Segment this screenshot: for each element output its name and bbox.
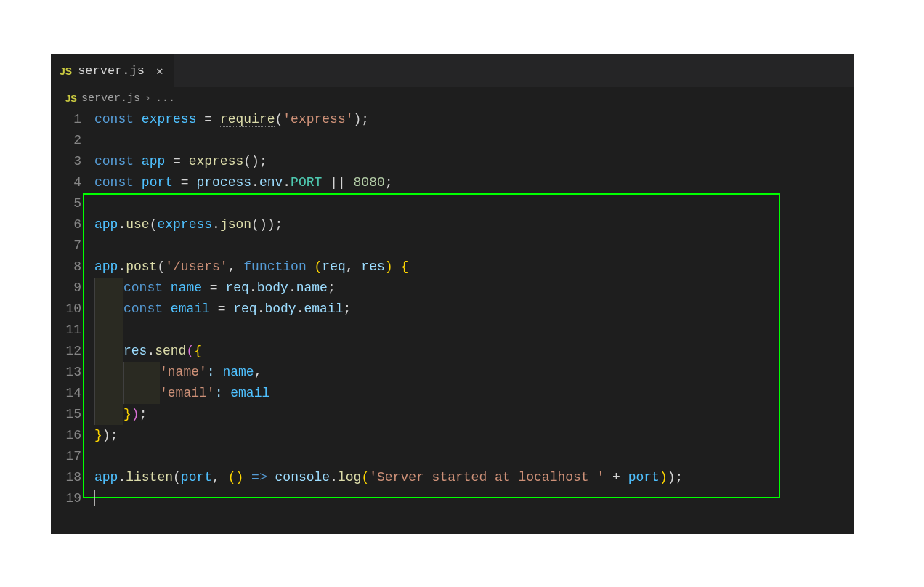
code-line: const express = require('express'); (94, 109, 854, 130)
line-number: 17 (51, 446, 81, 467)
code-area[interactable]: 1 2 3 4 5 6 7 8 9 10 11 12 13 14 15 16 1… (51, 109, 854, 534)
line-number: 8 (51, 256, 81, 278)
code-line: app.listen(port, () => console.log('Serv… (94, 467, 854, 488)
breadcrumb-filename: server.js (81, 92, 140, 105)
code-line (94, 235, 854, 256)
code-line: }); (94, 404, 854, 425)
js-file-icon: JS (60, 65, 72, 77)
line-number: 6 (51, 214, 81, 235)
line-number: 9 (51, 278, 81, 299)
tab-filename: server.js (78, 64, 145, 78)
line-number: 5 (51, 193, 81, 214)
indent-guide (94, 383, 123, 404)
code-content[interactable]: const express = require('express'); cons… (94, 109, 854, 534)
line-number: 11 (51, 320, 81, 341)
code-line: app.use(express.json()); (94, 214, 854, 235)
line-number: 4 (51, 172, 81, 193)
code-line (94, 193, 854, 214)
indent-guide (94, 404, 123, 425)
line-number: 19 (51, 488, 81, 509)
chevron-right-icon: › (145, 92, 151, 105)
line-number: 16 (51, 425, 81, 446)
line-number: 13 (51, 362, 81, 383)
editor-window: JS server.js ✕ JS server.js › ... 1 2 3 … (51, 54, 854, 534)
line-number: 12 (51, 341, 81, 362)
breadcrumb[interactable]: JS server.js › ... (51, 87, 854, 109)
code-line: const email = req.body.email; (94, 299, 854, 320)
line-number: 2 (51, 130, 81, 151)
indent-guide (123, 383, 160, 404)
tab-server-js[interactable]: JS server.js ✕ (51, 54, 174, 87)
indent-guide (123, 362, 160, 383)
line-number: 10 (51, 299, 81, 320)
code-line: const name = req.body.name; (94, 278, 854, 299)
js-file-icon: JS (65, 93, 77, 104)
line-number: 1 (51, 109, 81, 130)
code-line: res.send({ (94, 341, 854, 362)
close-icon[interactable]: ✕ (156, 64, 163, 78)
line-number: 3 (51, 151, 81, 172)
code-line: 'email': email (94, 383, 854, 404)
indent-guide (94, 299, 123, 320)
indent-guide (94, 320, 123, 341)
code-line: app.post('/users', function (req, res) { (94, 256, 854, 278)
line-number-gutter: 1 2 3 4 5 6 7 8 9 10 11 12 13 14 15 16 1… (51, 109, 94, 534)
code-line: 'name': name, (94, 362, 854, 383)
code-line (94, 320, 854, 341)
code-line (94, 488, 854, 509)
code-line: const port = process.env.PORT || 8080; (94, 172, 854, 193)
line-number: 7 (51, 235, 81, 256)
indent-guide (94, 341, 123, 362)
tab-bar: JS server.js ✕ (51, 54, 854, 87)
code-line (94, 446, 854, 467)
indent-guide (94, 362, 123, 383)
breadcrumb-more: ... (155, 92, 175, 105)
line-number: 14 (51, 383, 81, 404)
indent-guide (94, 278, 123, 299)
code-line: const app = express(); (94, 151, 854, 172)
line-number: 15 (51, 404, 81, 425)
text-cursor (94, 490, 95, 506)
line-number: 18 (51, 467, 81, 488)
code-line (94, 130, 854, 151)
code-line: }); (94, 425, 854, 446)
